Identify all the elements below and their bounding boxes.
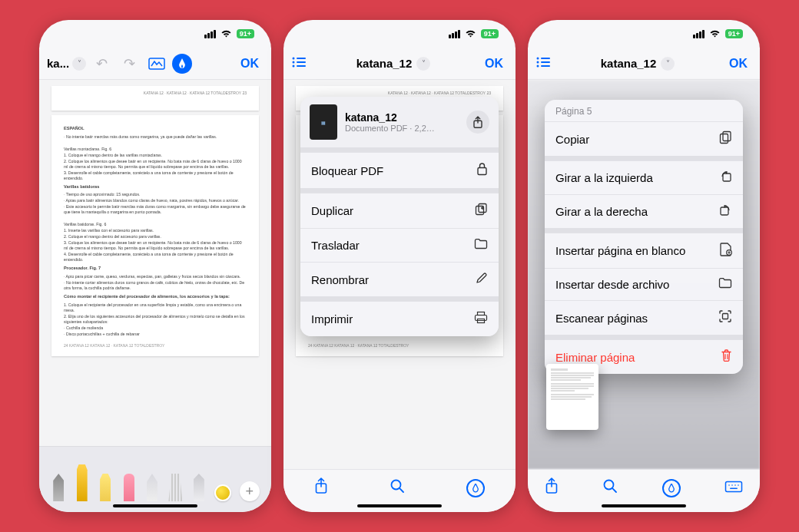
menu-item-scan[interactable]: Escanear páginas [545, 300, 743, 335]
search-button[interactable] [602, 478, 618, 497]
svg-point-28 [731, 484, 733, 486]
svg-rect-33 [723, 132, 731, 141]
rotate-right-icon [719, 203, 732, 220]
svg-rect-34 [723, 173, 731, 181]
done-button[interactable]: OK [236, 57, 264, 71]
doc-text: · Tiempo de uso aproximado: 15 segundos. [64, 192, 247, 197]
add-tool-button[interactable]: + [240, 481, 260, 501]
doc-title: katana_12 [601, 57, 657, 70]
ruler-tool[interactable] [167, 474, 183, 501]
menu-label: Duplicar [311, 204, 353, 217]
menu-label: Girar a la izquierda [555, 171, 653, 184]
ai-button[interactable] [662, 479, 681, 497]
marker-tool[interactable] [75, 464, 90, 501]
menu-item-move[interactable]: Trasladar [300, 228, 499, 262]
svg-rect-11 [478, 168, 486, 175]
pencil-tool[interactable] [191, 474, 207, 501]
svg-point-1 [293, 58, 295, 60]
ai-mode-button[interactable] [172, 54, 192, 74]
share-icon[interactable] [466, 111, 489, 134]
svg-rect-20 [541, 61, 550, 63]
doc-text: · Este accesorio le permite batir mezcla… [64, 204, 247, 215]
highlighter-tool[interactable] [98, 474, 113, 501]
phone-screen-2: 91+ katana_12 ˅ OK KATANA 12 · KATANA 12… [283, 20, 516, 512]
thumbnails-button[interactable] [291, 55, 307, 72]
svg-point-17 [537, 58, 539, 60]
svg-rect-35 [721, 207, 728, 215]
battery-badge: 91+ [481, 29, 499, 38]
doc-text: 2. Coloque los alimentos que desee batir… [64, 159, 247, 170]
section-heading: Varillas batidoras [64, 184, 247, 190]
keyboard-button[interactable] [724, 479, 743, 497]
doc-subtitle: Documento PDF · 2,2… [345, 124, 459, 133]
page-footer: 24 KATANA 12 KATANA 12 · KATANA 12 TOTAL… [308, 343, 491, 349]
chevron-down-icon[interactable]: ˅ [72, 57, 86, 71]
thumbnails-button[interactable] [535, 55, 551, 72]
lasso-tool[interactable] [144, 474, 160, 501]
document-viewport[interactable]: KATANA 12 · KATANA 12 · KATANA 12 TOTALD… [39, 80, 271, 446]
toolbar: ka... ˅ ↶ ↷ OK [39, 48, 271, 80]
menu-label: Imprimir [311, 312, 353, 325]
home-indicator [113, 504, 197, 507]
svg-point-5 [293, 65, 295, 68]
doc-name: katana_12 [345, 111, 459, 124]
rotate-left-icon [719, 170, 732, 186]
annotate-button[interactable] [144, 51, 169, 76]
doc-text: · Disco portacuchillas + cuchilla de reb… [64, 332, 247, 337]
share-button[interactable] [314, 477, 328, 498]
redo-button[interactable]: ↷ [117, 51, 141, 76]
doc-text: 1. Coloque el mango dentro de las varill… [64, 153, 247, 158]
doc-text: 3. Coloque los alimentos que desee batir… [64, 240, 247, 251]
doc-page-header: KATANA 12 · KATANA 12 · KATANA 12 TOTALD… [51, 86, 259, 111]
status-bar: 91+ [283, 20, 516, 48]
doc-text: 1. Inserte las varillas con el accesorio… [64, 228, 247, 233]
menu-item-print[interactable]: Imprimir [300, 301, 499, 336]
svg-rect-18 [541, 58, 550, 59]
menu-label: Eliminar página [555, 351, 635, 364]
phone-screen-3: 91+ katana_12 ˅ OK Página 5 Copiar [528, 20, 760, 512]
folder-icon [474, 238, 488, 253]
eraser-tool[interactable] [121, 474, 137, 501]
print-icon [474, 311, 488, 327]
menu-item-insert-file[interactable]: Insertar desde archivo [545, 268, 743, 300]
menu-item-rotate-right[interactable]: Girar a la derecha [545, 194, 743, 228]
svg-rect-15 [476, 316, 487, 321]
scan-icon [718, 309, 732, 326]
search-button[interactable] [390, 478, 405, 497]
doc-text: 3. Desenrolle el cable completamente, co… [64, 170, 247, 181]
trash-icon [721, 349, 732, 365]
menu-item-copy[interactable]: Copiar [545, 121, 743, 156]
page-header-text: KATANA 12 · KATANA 12 · KATANA 12 TOTALD… [144, 91, 247, 95]
page-context-menu: Página 5 Copiar Girar a la izquierda Gir… [545, 100, 743, 374]
page-thumbnail[interactable] [546, 364, 598, 430]
undo-button[interactable]: ↶ [89, 51, 114, 76]
pen-tool[interactable] [51, 474, 66, 501]
blank-page-icon [720, 242, 732, 259]
doc-text: 1. Coloque el recipiente del procesador … [64, 302, 247, 313]
chevron-down-icon[interactable]: ˅ [416, 57, 430, 71]
wifi-icon [465, 28, 476, 40]
pencil-icon [476, 272, 488, 287]
status-bar: 91+ [528, 20, 760, 48]
menu-item-lock-pdf[interactable]: Bloquear PDF [300, 152, 499, 188]
wifi-icon [220, 28, 232, 40]
done-button[interactable]: OK [480, 57, 508, 71]
markup-tool-tray: + [39, 446, 271, 512]
signal-icon [204, 30, 216, 38]
menu-item-rotate-left[interactable]: Girar a la izquierda [545, 160, 743, 194]
doc-text: · No intente cortar alimentos duros como… [64, 280, 247, 291]
svg-point-19 [537, 61, 539, 64]
menu-item-duplicate[interactable]: Duplicar [300, 193, 499, 228]
done-button[interactable]: OK [724, 57, 752, 71]
svg-rect-31 [730, 488, 738, 490]
menu-item-rename[interactable]: Renombrar [300, 262, 499, 296]
phone-screen-1: 91+ ka... ˅ ↶ ↷ OK KATANA 12 · KATANA 12… [39, 20, 271, 512]
chevron-down-icon[interactable]: ˅ [661, 57, 675, 71]
ai-button[interactable] [466, 479, 485, 497]
section-heading: ESPAÑOL [64, 126, 247, 132]
menu-item-insert-blank[interactable]: Insertar página en blanco [545, 233, 743, 268]
share-button[interactable] [545, 477, 559, 498]
lock-icon [476, 162, 488, 179]
color-picker[interactable] [214, 484, 231, 501]
svg-rect-26 [725, 482, 741, 492]
